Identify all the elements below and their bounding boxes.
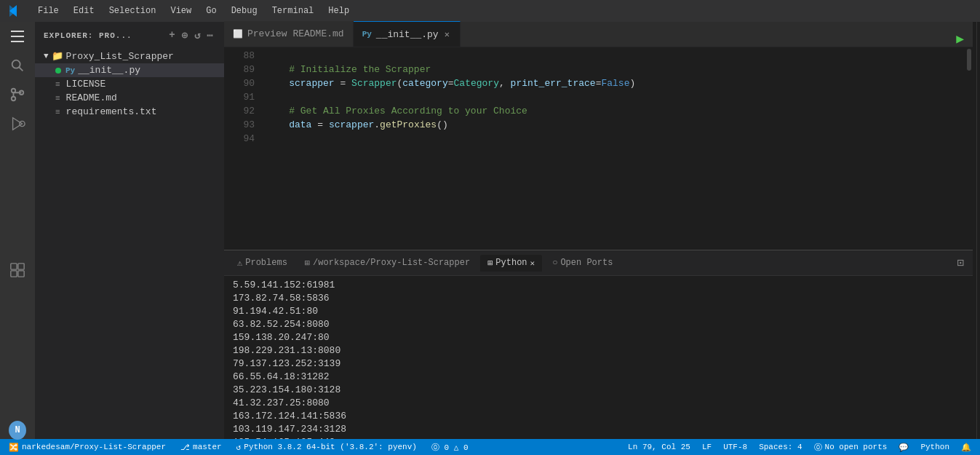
terminal-output-6: 79.137.123.252:3139 — [233, 357, 964, 371]
tab-python[interactable]: ⊞ Python ✕ — [480, 255, 542, 272]
code-line-88 — [266, 49, 965, 63]
new-file-icon[interactable]: + — [167, 28, 177, 43]
license-icon: ≡ — [55, 80, 60, 89]
extensions-icon[interactable] — [9, 261, 26, 279]
spaces-text: Spaces: 4 — [759, 443, 802, 451]
status-chat[interactable]: 💬 — [896, 442, 912, 453]
menu-help[interactable]: Help — [322, 3, 355, 19]
tab-open-ports[interactable]: ○ Open Ports — [545, 255, 620, 271]
status-line-ending[interactable]: LF — [699, 442, 714, 453]
code-editor[interactable]: 88 89 90 91 92 93 94 # Initialize the Sc… — [224, 47, 973, 250]
new-folder-icon[interactable]: ⊕ — [180, 28, 190, 43]
file-tree: ▼ 📁 Proxy_List_Scrapper Py __init__.py ≡… — [35, 49, 224, 119]
explorer-icon[interactable] — [9, 28, 26, 45]
ports-icon: ⓪ — [814, 442, 822, 453]
tab-python-label: Python — [495, 258, 527, 268]
tab-label-init: __init__.py — [376, 29, 439, 40]
svg-marker-5 — [13, 118, 23, 130]
branch-icon: ⎇ — [180, 443, 190, 452]
workspace-terminal-icon: ⊞ — [305, 258, 310, 269]
modified-dot — [55, 68, 61, 74]
menu-view[interactable]: View — [164, 3, 197, 19]
svg-point-3 — [12, 97, 16, 101]
status-ports[interactable]: ⓪ No open ports — [811, 442, 891, 453]
account-icon[interactable]: N — [9, 422, 26, 439]
terminal-output-5: 198.229.231.13:8080 — [233, 344, 964, 357]
code-line-91 — [266, 90, 965, 104]
encoding-text: UTF-8 — [723, 443, 747, 451]
terminal-output-12: 185.54.165.105:443 — [233, 436, 964, 439]
file-license[interactable]: ≡ LICENSE — [35, 77, 224, 91]
menu-go[interactable]: Go — [200, 3, 222, 19]
terminal-output-1: 173.82.74.58:5836 — [233, 292, 964, 305]
tab-close-button[interactable]: ✕ — [443, 28, 451, 41]
status-notifications[interactable]: 🔔 — [958, 442, 974, 453]
svg-rect-8 — [18, 263, 24, 269]
folder-proxy-list-scrapper[interactable]: ▼ 📁 Proxy_List_Scrapper — [35, 49, 224, 63]
status-errors[interactable]: ⓪ 0 △ 0 — [429, 442, 471, 453]
status-python-version[interactable]: ↺ Python 3.8.2 64-bit ('3.8.2': pyenv) — [234, 443, 420, 452]
terminal-split-button[interactable]: ⊡ — [954, 253, 967, 273]
file-requirements[interactable]: ≡ requirements.txt — [35, 105, 224, 119]
status-repo[interactable]: 🔀 narkedesam/Proxy-List-Scrapper — [6, 443, 169, 452]
run-button[interactable]: ▶ — [947, 31, 973, 47]
scrollbar-thumb[interactable] — [967, 49, 971, 71]
svg-point-0 — [12, 60, 20, 68]
editor-area: ⬜ Preview README.md Py __init__.py ✕ ▶ 8… — [224, 22, 973, 439]
tab-problems-label: Problems — [245, 258, 287, 268]
open-ports-icon: ○ — [552, 258, 557, 268]
code-line-94 — [266, 132, 965, 146]
code-content[interactable]: # Initialize the Scrapper scrapper = Scr… — [260, 47, 965, 250]
tab-problems[interactable]: ⚠ Problems — [230, 255, 295, 272]
tab-init-py[interactable]: Py __init__.py ✕ — [354, 21, 461, 47]
menu-terminal[interactable]: Terminal — [266, 3, 320, 19]
menu-file[interactable]: File — [32, 3, 65, 19]
cursor-position: Ln 79, Col 25 — [628, 443, 690, 451]
terminal-output-11: 103.119.147.234:3128 — [233, 423, 964, 436]
editor-main: 88 89 90 91 92 93 94 # Initialize the Sc… — [224, 47, 973, 439]
search-icon[interactable] — [9, 57, 26, 74]
terminal-output-7: 66.55.64.18:31282 — [233, 371, 964, 384]
file-init-py[interactable]: Py __init__.py — [35, 63, 224, 77]
python-version-text: Python 3.8.2 64-bit ('3.8.2': pyenv) — [244, 443, 417, 451]
line-ending-text: LF — [702, 443, 712, 451]
tab-preview-readme[interactable]: ⬜ Preview README.md — [224, 21, 354, 47]
branch-name: master — [193, 443, 222, 451]
line-num-93: 93 — [224, 118, 255, 132]
status-python-lang[interactable]: Python — [917, 442, 952, 453]
bell-icon: 🔔 — [961, 443, 971, 452]
terminal-output-0: 5.59.141.152:61981 — [233, 279, 964, 292]
tab-py-icon: Py — [362, 30, 372, 39]
file-name-license: LICENSE — [66, 79, 106, 90]
folder-icon: 📁 — [52, 50, 63, 62]
status-encoding[interactable]: UTF-8 — [720, 442, 750, 453]
menu-debug[interactable]: Debug — [226, 3, 263, 19]
sidebar-header: Explorer: Pro... + ⊕ ↺ ⋯ — [35, 22, 224, 49]
terminal-content[interactable]: 5.59.141.152:61981 173.82.74.58:5836 91.… — [224, 276, 973, 439]
vertical-scrollbar[interactable] — [965, 47, 973, 250]
terminal-panel: ⚠ Problems ⊞ /workspace/Proxy-List-Scrap… — [224, 250, 973, 439]
source-control-icon[interactable] — [9, 86, 26, 103]
activity-bar: N — [0, 22, 35, 439]
status-spaces[interactable]: Spaces: 4 — [756, 442, 805, 453]
tab-workspace-label: /workspace/Proxy-List-Scrapper — [313, 258, 470, 268]
status-cursor-pos[interactable]: Ln 79, Col 25 — [625, 442, 693, 453]
refresh-icon[interactable]: ↺ — [193, 28, 202, 43]
terminal-output-9: 41.32.237.25:8080 — [233, 397, 964, 410]
menu-selection[interactable]: Selection — [103, 3, 162, 19]
tab-workspace[interactable]: ⊞ /workspace/Proxy-List-Scrapper — [298, 255, 477, 272]
terminal-tabs: ⚠ Problems ⊞ /workspace/Proxy-List-Scrap… — [224, 250, 973, 276]
line-num-90: 90 — [224, 76, 255, 90]
run-debug-icon[interactable] — [9, 115, 26, 132]
status-branch[interactable]: ⎇ master — [178, 443, 225, 452]
collapse-icon[interactable]: ⋯ — [206, 28, 215, 43]
line-num-89: 89 — [224, 63, 255, 76]
file-readme[interactable]: ≡ README.md — [35, 91, 224, 105]
file-name-init: __init__.py — [78, 65, 140, 76]
menu-edit[interactable]: Edit — [68, 3, 100, 19]
errors-text: ⓪ 0 △ 0 — [431, 442, 469, 453]
code-line-93: data = scrapper.getProxies() — [266, 118, 965, 132]
app-layout: N Explorer: Pro... + ⊕ ↺ ⋯ ▼ 📁 Proxy_Lis… — [0, 22, 980, 439]
menu-bar: File Edit Selection View Go Debug Termin… — [32, 3, 355, 19]
python-tab-close[interactable]: ✕ — [530, 258, 535, 268]
